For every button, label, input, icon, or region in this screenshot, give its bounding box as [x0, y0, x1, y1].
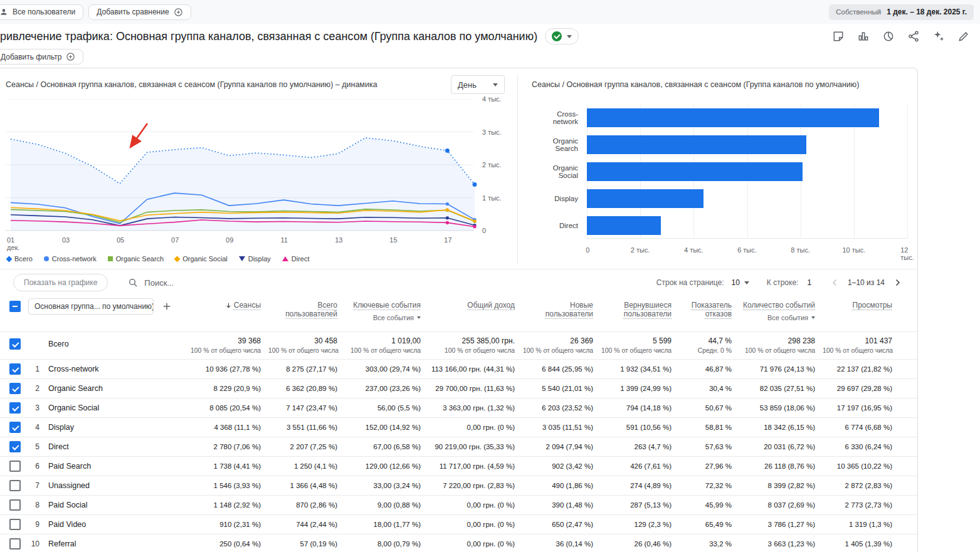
granularity-select[interactable]: День	[451, 75, 505, 94]
insights-icon[interactable]	[931, 29, 946, 44]
metric-cell: 10 936 (27,78 %)	[191, 365, 268, 373]
row-checkbox[interactable]	[9, 538, 21, 549]
column-header-label: Общий доход	[467, 301, 515, 310]
share-icon[interactable]	[906, 29, 921, 44]
legend-item[interactable]: Cross-network	[44, 255, 97, 263]
add-comparison-chip[interactable]: Добавить сравнение	[88, 4, 191, 20]
bar-chart-title: Сеансы / Основная группа каналов, связан…	[532, 80, 859, 89]
column-header[interactable]: Количество событийВсе события	[739, 298, 823, 326]
column-header[interactable]: Просмотры	[823, 298, 917, 313]
table-row[interactable]: 8Paid Social1 148 (2,92 %)870 (2,86 %)9,…	[0, 496, 917, 515]
select-all-checkbox[interactable]	[9, 301, 21, 312]
metric-cell: 1 546 (3,93 %)	[191, 482, 268, 489]
data-quality-badge[interactable]	[545, 28, 579, 44]
row-number: 3	[29, 404, 40, 412]
row-checkbox[interactable]	[9, 461, 21, 472]
legend-item[interactable]: Organic Search	[108, 255, 164, 263]
go-to-row-label: К строке:	[767, 278, 799, 287]
column-header[interactable]: Всего пользователей	[268, 298, 345, 322]
column-header[interactable]: Ключевые событияВсе события	[345, 298, 428, 326]
totals-subtext: 100 % от общего числа	[345, 347, 421, 354]
legend-item[interactable]: Всего	[7, 255, 33, 263]
metric-cell: 33,00 (3,24 %)	[345, 482, 428, 489]
legend-item[interactable]: Display	[239, 255, 271, 263]
channel-name: Display	[48, 423, 74, 432]
column-header[interactable]: Новые пользователи	[522, 298, 601, 322]
bar[interactable]	[587, 108, 879, 127]
bar-x-tick-label: 10 тыс.	[842, 246, 865, 254]
top-bar: Все пользователи Добавить сравнение Собс…	[0, 0, 980, 24]
edit-icon[interactable]	[956, 29, 971, 44]
date-range-picker[interactable]: Собственный 1 дек. – 18 дек. 2025 г.	[829, 4, 974, 20]
metric-cell: 18 342 (6,15 %)	[739, 424, 823, 431]
bar-row: Organic Search	[532, 135, 907, 154]
table-header-row: Основная группа... по умолчанию) СеансыВ…	[0, 296, 917, 332]
table-row[interactable]: 1Cross-network10 936 (27,78 %)8 275 (27,…	[0, 360, 917, 379]
row-checkbox[interactable]	[9, 422, 21, 433]
row-checkbox[interactable]	[9, 402, 21, 414]
bar[interactable]	[587, 216, 661, 235]
column-header[interactable]: Общий доход	[428, 298, 522, 313]
column-header[interactable]: Сеансы	[191, 298, 268, 315]
bar-track	[587, 135, 907, 154]
bar[interactable]	[587, 189, 703, 208]
totals-checkbox[interactable]	[9, 338, 21, 350]
dimension-select-value: Основная группа... по умолчанию)	[34, 302, 154, 311]
donut-chart-icon[interactable]	[881, 29, 896, 44]
metric-cell: 29 700,00 грн. (11,63 %)	[428, 385, 522, 392]
metric-cell: 0,00 грн. (0 %)	[428, 540, 522, 548]
totals-value: 26 369	[522, 332, 593, 345]
metric-cell: 287 (5,13 %)	[601, 501, 679, 509]
column-header[interactable]: Показатель отказов	[679, 298, 739, 322]
column-header-label: Количество событий	[743, 301, 815, 310]
table-row[interactable]: 5Direct2 780 (7,06 %)2 207 (7,25 %)67,00…	[0, 437, 917, 457]
row-number: 4	[29, 423, 40, 432]
legend-item[interactable]: Organic Social	[175, 255, 228, 263]
add-dimension-button[interactable]	[161, 301, 172, 312]
all-users-chip[interactable]: Все пользователи	[0, 4, 83, 20]
filter-bar: Добавить фильтр	[0, 49, 83, 66]
table-row[interactable]: 9Paid Video910 (2,31 %)744 (2,44 %)18,00…	[0, 515, 917, 534]
metric-subfilter-select[interactable]: Все события	[739, 313, 815, 322]
plot-rows-button[interactable]: Показать на графике	[13, 274, 108, 291]
add-filter-chip[interactable]: Добавить фильтр	[0, 49, 83, 65]
next-page-button[interactable]	[890, 275, 905, 290]
totals-cell: 298 238100 % от общего числа	[739, 332, 823, 354]
row-checkbox[interactable]	[9, 363, 21, 375]
channel-name: Unassigned	[48, 481, 90, 490]
previous-page-button[interactable]	[828, 275, 843, 290]
table-row[interactable]: 10Referral250 (0,64 %)57 (0,19 %)8,00 (0…	[0, 534, 917, 552]
row-checkbox[interactable]	[9, 441, 21, 452]
row-checkbox[interactable]	[9, 480, 21, 491]
row-checkbox[interactable]	[9, 383, 21, 394]
totals-cell: 39 368100 % от общего числа	[191, 332, 268, 354]
totals-cell: 5 599100 % от общего числа	[601, 332, 679, 354]
metric-subfilter-select[interactable]: Все события	[345, 313, 421, 322]
legend-item[interactable]: Direct	[282, 255, 310, 263]
table-row[interactable]: 4Display4 368 (11,1 %)3 551 (11,66 %)152…	[0, 418, 917, 437]
search-input[interactable]	[144, 278, 226, 288]
table-row[interactable]: 6Paid Search1 738 (4,41 %)1 250 (4,1 %)1…	[0, 457, 917, 476]
table-row[interactable]: 2Organic Search8 229 (20,9 %)6 362 (20,8…	[0, 379, 917, 398]
table-row[interactable]: 7Unassigned1 546 (3,93 %)1 366 (4,48 %)3…	[0, 476, 917, 496]
date-range-type: Собственный	[836, 8, 881, 16]
note-icon[interactable]	[831, 29, 846, 44]
bar-chart-rows: Cross-networkOrganic SearchOrganic Socia…	[532, 105, 907, 239]
table-search[interactable]	[128, 278, 226, 288]
sort-descending-icon	[225, 302, 232, 311]
row-checkbox[interactable]	[9, 519, 21, 530]
bar[interactable]	[587, 135, 806, 154]
go-to-row-input[interactable]: 1	[807, 278, 811, 287]
totals-subtext: 100 % от общего числа	[601, 347, 672, 354]
row-checkbox[interactable]	[9, 499, 21, 511]
rows-per-page-select[interactable]: 10	[731, 278, 749, 287]
dimension-select[interactable]: Основная группа... по умолчанию)	[28, 298, 154, 315]
table-row[interactable]: 3Organic Social8 085 (20,54 %)7 147 (23,…	[0, 398, 917, 418]
column-header[interactable]: Вернувшиеся пользователи	[601, 298, 679, 322]
row-number: 9	[29, 520, 40, 529]
metric-cell: 3 035 (11,51 %)	[522, 424, 601, 431]
metric-cell: 71 976 (24,13 %)	[739, 365, 823, 373]
metric-cell: 3 786 (1,27 %)	[739, 521, 823, 528]
bar-chart-icon[interactable]	[856, 29, 871, 44]
bar[interactable]	[587, 162, 803, 181]
